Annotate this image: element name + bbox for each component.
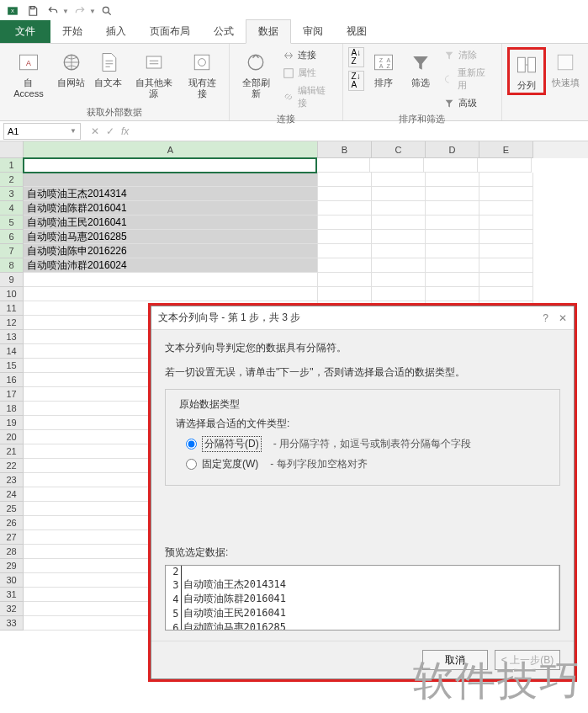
cell[interactable]: 自动喷油陈申2016226 <box>24 244 318 258</box>
cell[interactable]: 自动喷油陈群2016041 <box>24 201 318 215</box>
tab-view[interactable]: 视图 <box>335 20 379 43</box>
row-header[interactable]: 3 <box>0 187 24 201</box>
row-header[interactable]: 9 <box>0 273 24 287</box>
cell[interactable] <box>318 201 372 215</box>
tab-layout[interactable]: 页面布局 <box>138 20 202 43</box>
row-header[interactable]: 22 <box>0 459 24 473</box>
row-header[interactable]: 33 <box>0 616 24 631</box>
cell[interactable] <box>426 273 479 287</box>
cell[interactable] <box>372 173 426 187</box>
cell[interactable] <box>479 273 533 287</box>
cell[interactable] <box>479 230 533 244</box>
help-icon[interactable]: ? <box>543 312 548 324</box>
row-header[interactable]: 19 <box>0 416 24 430</box>
row-header[interactable]: 7 <box>0 244 24 258</box>
cell[interactable] <box>24 287 318 301</box>
tab-home[interactable]: 开始 <box>50 20 94 43</box>
from-other-button[interactable]: 自其他来源 <box>128 47 179 101</box>
fx-icon[interactable]: fx <box>121 125 129 137</box>
tab-data[interactable]: 数据 <box>246 19 291 44</box>
select-all-corner[interactable] <box>0 141 24 158</box>
cell[interactable] <box>479 244 533 258</box>
row-header[interactable]: 31 <box>0 588 24 602</box>
cell[interactable]: 自动喷油王民2016041 <box>24 215 318 230</box>
row-header[interactable]: 21 <box>0 444 24 459</box>
tab-insert[interactable]: 插入 <box>94 20 138 43</box>
row-header[interactable]: 24 <box>0 487 24 502</box>
cell[interactable] <box>478 158 532 173</box>
existing-conn-button[interactable]: 现有连接 <box>181 47 224 101</box>
cell[interactable] <box>372 201 426 215</box>
cell[interactable] <box>318 258 372 273</box>
row-header[interactable]: 17 <box>0 387 24 402</box>
cell[interactable] <box>426 173 479 187</box>
cell[interactable] <box>23 157 317 173</box>
row-header[interactable]: 4 <box>0 201 24 215</box>
close-icon[interactable]: ✕ <box>559 312 567 324</box>
flash-fill-button[interactable]: 快速填 <box>548 47 583 90</box>
row-header[interactable]: 8 <box>0 258 24 273</box>
row-header[interactable]: 5 <box>0 215 24 230</box>
cell[interactable] <box>426 287 479 301</box>
sort-az-button[interactable]: A↓Z <box>348 47 365 67</box>
row-header[interactable]: 12 <box>0 316 24 330</box>
tab-review[interactable]: 审阅 <box>291 20 335 43</box>
cell[interactable] <box>316 158 370 173</box>
cell[interactable] <box>479 258 533 273</box>
cell[interactable] <box>372 258 426 273</box>
row-header[interactable]: 26 <box>0 516 24 530</box>
cell[interactable] <box>426 244 479 258</box>
row-header[interactable]: 11 <box>0 301 24 316</box>
connections-button[interactable]: 连接 <box>279 47 337 63</box>
row-header[interactable]: 2 <box>0 173 24 187</box>
col-header-C[interactable]: C <box>372 141 426 158</box>
row-header[interactable]: 18 <box>0 402 24 416</box>
undo-icon[interactable] <box>44 2 62 20</box>
tab-formulas[interactable]: 公式 <box>202 20 246 43</box>
row-header[interactable]: 32 <box>0 602 24 616</box>
row-header[interactable]: 10 <box>0 287 24 301</box>
from-text-button[interactable]: 自文本 <box>91 47 126 90</box>
cell[interactable] <box>479 173 533 187</box>
row-header[interactable]: 29 <box>0 559 24 573</box>
redo-dropdown[interactable]: ▼ <box>89 8 96 15</box>
cancel-button[interactable]: 取消 <box>422 650 488 670</box>
cell[interactable] <box>372 244 426 258</box>
col-header-E[interactable]: E <box>479 141 533 158</box>
delimited-radio[interactable] <box>186 439 197 450</box>
refresh-all-button[interactable]: 全部刷新 <box>235 47 278 101</box>
cell[interactable] <box>372 187 426 201</box>
row-header[interactable]: 25 <box>0 502 24 516</box>
edit-links-button[interactable]: 编辑链接 <box>279 82 337 111</box>
from-web-button[interactable]: 自网站 <box>54 47 89 90</box>
from-access-button[interactable]: A 自 Access <box>5 47 52 101</box>
row-header[interactable]: 15 <box>0 359 24 373</box>
cell[interactable] <box>318 187 372 201</box>
row-header[interactable]: 6 <box>0 230 24 244</box>
cell[interactable] <box>372 273 426 287</box>
col-header-D[interactable]: D <box>426 141 479 158</box>
cell[interactable] <box>318 215 372 230</box>
cell[interactable] <box>318 173 372 187</box>
cell[interactable] <box>479 215 533 230</box>
save-icon[interactable] <box>24 2 42 20</box>
row-header[interactable]: 23 <box>0 473 24 487</box>
cell[interactable] <box>318 244 372 258</box>
cell[interactable] <box>479 187 533 201</box>
cell[interactable] <box>318 230 372 244</box>
row-header[interactable]: 28 <box>0 545 24 559</box>
row-header[interactable]: 1 <box>0 158 24 173</box>
sort-za-button[interactable]: Z↓A <box>348 71 365 91</box>
cancel-formula-icon[interactable]: ✕ <box>91 125 99 137</box>
row-header[interactable]: 20 <box>0 430 24 444</box>
cell[interactable] <box>426 215 479 230</box>
clear-filter-button[interactable]: 清除 <box>440 47 496 63</box>
cell[interactable] <box>424 158 478 173</box>
row-header[interactable]: 16 <box>0 373 24 387</box>
undo-dropdown[interactable]: ▼ <box>62 8 69 15</box>
reapply-button[interactable]: 重新应用 <box>440 65 496 93</box>
row-header[interactable]: 27 <box>0 530 24 545</box>
cell[interactable] <box>426 201 479 215</box>
cell[interactable] <box>479 201 533 215</box>
redo-icon[interactable] <box>71 2 89 20</box>
